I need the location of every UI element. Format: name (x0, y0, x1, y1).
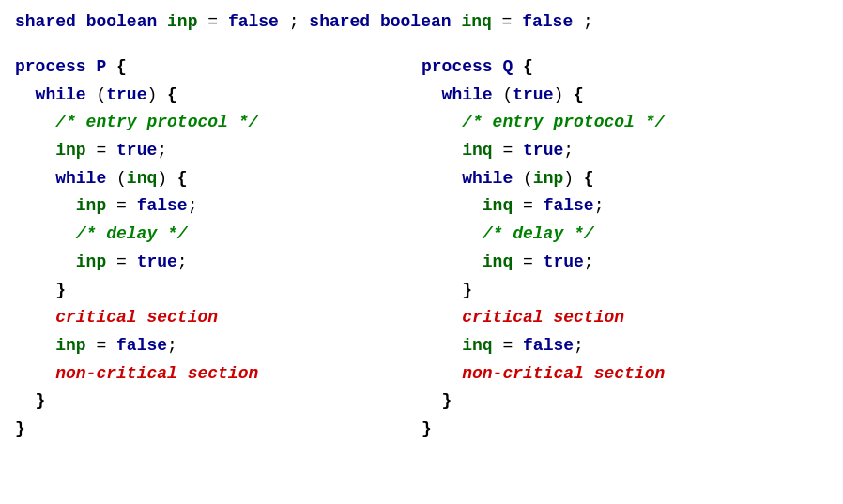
shared-declarations: shared boolean inp = false ; shared bool… (15, 9, 828, 35)
var-inp-decl: inp (167, 12, 197, 31)
process-p-column: process P { while (true) { /* entry prot… (15, 53, 422, 444)
q-line-12: non-critical section (422, 360, 828, 389)
p-line-10: critical section (15, 304, 422, 332)
q-line-7: /* delay */ (422, 221, 828, 249)
p-line-14: } (15, 416, 422, 444)
p-line-2: while (true) { (15, 82, 422, 110)
keyword-boolean-1: boolean (86, 12, 158, 31)
q-line-8: inq = true; (422, 249, 828, 277)
q-line-4: inq = true; (422, 137, 828, 165)
p-line-1: process P { (15, 53, 422, 82)
q-line-5: while (inp) { (422, 165, 828, 193)
text-semi-2: ; (583, 12, 593, 31)
p-line-4: inp = true; (15, 137, 422, 165)
q-line-14: } (422, 416, 828, 444)
q-line-6: inq = false; (422, 192, 828, 221)
q-line-11: inq = false; (422, 332, 828, 360)
q-line-2: while (true) { (422, 82, 828, 110)
process-q-column: process Q { while (true) { /* entry prot… (422, 53, 828, 444)
var-inq-decl: inq (461, 12, 491, 31)
p-line-13: } (15, 388, 422, 416)
q-line-10: critical section (422, 304, 828, 332)
keyword-shared-1: shared (15, 12, 76, 31)
keyword-boolean-2: boolean (380, 12, 452, 31)
p-line-8: inp = true; (15, 249, 422, 277)
text-semi-1: ; (289, 12, 310, 31)
keyword-shared-2: shared (309, 12, 370, 31)
val-false-2: false (522, 12, 573, 31)
p-line-7: /* delay */ (15, 221, 422, 249)
q-line-3: /* entry protocol */ (422, 109, 828, 137)
p-line-6: inp = false; (15, 192, 422, 221)
p-line-5: while (inq) { (15, 165, 422, 193)
p-line-9: } (15, 277, 422, 305)
p-line-12: non-critical section (15, 360, 422, 389)
q-line-13: } (422, 388, 828, 416)
q-line-9: } (422, 277, 828, 305)
p-line-11: inp = false; (15, 332, 422, 360)
p-line-3: /* entry protocol */ (15, 109, 422, 137)
val-false-1: false (228, 12, 279, 31)
q-line-1: process Q { (422, 53, 828, 82)
two-column-layout: process P { while (true) { /* entry prot… (15, 53, 828, 444)
text-eq-1: = (207, 12, 228, 31)
text-eq-2: = (502, 12, 523, 31)
